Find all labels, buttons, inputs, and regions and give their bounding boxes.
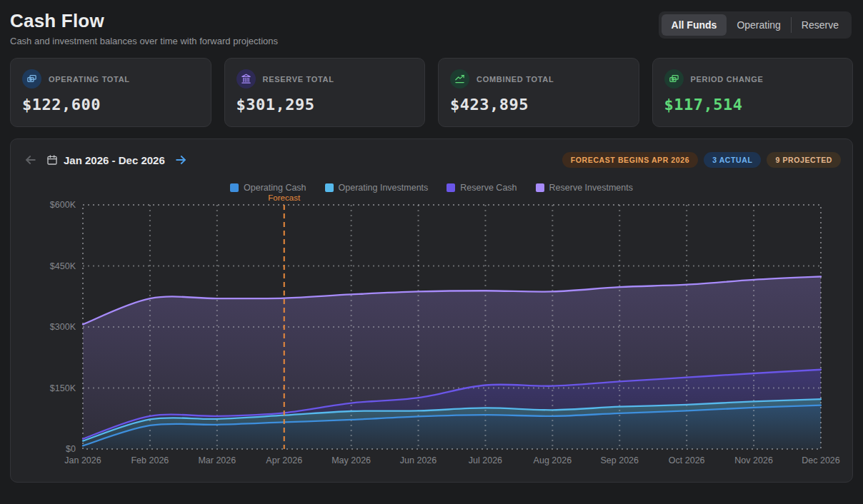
stat-card-combined-total: COMBINED TOTAL $423,895 bbox=[438, 58, 639, 127]
legend-item-reserve-cash[interactable]: Reserve Cash bbox=[447, 182, 517, 193]
date-range-nav: Jan 2026 - Dec 2026 bbox=[22, 151, 189, 168]
legend-label: Reserve Cash bbox=[460, 183, 517, 193]
x-axis-tick: Apr 2026 bbox=[266, 455, 302, 465]
cashflow-panel: Jan 2026 - Dec 2026 FORECAST BEGINS APR … bbox=[10, 138, 853, 483]
y-axis-tick: $600K bbox=[50, 200, 76, 210]
arrow-right-icon bbox=[174, 153, 188, 167]
x-axis-tick: Sep 2026 bbox=[601, 455, 639, 465]
stat-card-reserve-total: RESERVE TOTAL $301,295 bbox=[224, 58, 426, 127]
status-badges: FORECAST BEGINS APR 2026 3 ACTUAL 9 PROJ… bbox=[562, 152, 841, 168]
x-axis-tick: May 2026 bbox=[331, 455, 371, 465]
x-axis-tick: Jul 2026 bbox=[469, 455, 502, 465]
legend-swatch-icon bbox=[230, 183, 239, 192]
legend-item-operating-investments[interactable]: Operating Investments bbox=[325, 182, 429, 193]
tab-reserve[interactable]: Reserve bbox=[792, 14, 849, 36]
stat-value: $423,895 bbox=[450, 96, 627, 114]
date-range-label: Jan 2026 - Dec 2026 bbox=[46, 154, 165, 166]
stat-value: $301,295 bbox=[236, 96, 414, 114]
page-subtitle: Cash and investment balances over time w… bbox=[10, 36, 278, 46]
legend-label: Operating Cash bbox=[244, 183, 306, 193]
stat-value: $122,600 bbox=[22, 96, 199, 114]
legend-swatch-icon bbox=[536, 183, 544, 192]
banknotes-icon bbox=[22, 69, 41, 89]
fund-tabs: All Funds Operating Reserve bbox=[659, 11, 852, 39]
stat-label: OPERATING TOTAL bbox=[49, 75, 130, 84]
title-block: Cash Flow Cash and investment balances o… bbox=[10, 10, 278, 46]
x-axis-tick: Oct 2026 bbox=[669, 455, 705, 465]
stat-card-operating-total: OPERATING TOTAL $122,600 bbox=[10, 58, 211, 127]
calendar-icon bbox=[46, 154, 58, 166]
forecast-begins-badge: FORECAST BEGINS APR 2026 bbox=[562, 152, 698, 168]
x-axis-tick: Mar 2026 bbox=[198, 455, 236, 465]
x-axis-tick: Jan 2026 bbox=[64, 455, 101, 465]
page-title: Cash Flow bbox=[10, 10, 278, 32]
stats-row: OPERATING TOTAL $122,600 RESERVE TOTAL $… bbox=[10, 58, 853, 127]
tab-all-funds[interactable]: All Funds bbox=[662, 14, 727, 36]
x-axis-tick: Dec 2026 bbox=[802, 455, 840, 465]
x-axis-tick: Aug 2026 bbox=[534, 455, 572, 465]
x-axis-tick: Feb 2026 bbox=[131, 455, 169, 465]
next-period-button[interactable] bbox=[172, 151, 189, 168]
projected-count-badge: 9 PROJECTED bbox=[767, 152, 841, 168]
chart-legend: Operating CashOperating InvestmentsReser… bbox=[22, 182, 841, 193]
y-axis-tick: $0 bbox=[66, 444, 76, 454]
stat-card-period-change: PERIOD CHANGE $117,514 bbox=[652, 58, 854, 127]
date-range-text: Jan 2026 - Dec 2026 bbox=[64, 154, 165, 166]
arrow-left-icon bbox=[24, 153, 38, 167]
cashflow-chart: Forecast$0$150K$300K$450K$600KJan 2026Fe… bbox=[22, 193, 842, 473]
legend-swatch-icon bbox=[447, 183, 455, 192]
legend-label: Reserve Investments bbox=[549, 183, 633, 193]
x-axis-tick: Nov 2026 bbox=[734, 455, 773, 465]
chart-panel-header: Jan 2026 - Dec 2026 FORECAST BEGINS APR … bbox=[22, 148, 841, 172]
prev-period-button[interactable] bbox=[22, 151, 39, 168]
tab-operating[interactable]: Operating bbox=[727, 14, 790, 36]
x-axis-tick: Jun 2026 bbox=[400, 455, 437, 465]
actual-count-badge: 3 ACTUAL bbox=[704, 152, 761, 168]
y-axis-tick: $150K bbox=[50, 383, 76, 393]
stat-label: PERIOD CHANGE bbox=[691, 75, 764, 84]
stat-value: $117,514 bbox=[664, 96, 842, 114]
legend-label: Operating Investments bbox=[339, 183, 429, 193]
bank-icon bbox=[236, 69, 256, 89]
banknotes-icon bbox=[664, 69, 684, 89]
stat-label: COMBINED TOTAL bbox=[477, 75, 554, 84]
y-axis-tick: $300K bbox=[50, 322, 76, 332]
stat-label: RESERVE TOTAL bbox=[263, 75, 334, 84]
trend-up-icon bbox=[450, 69, 469, 89]
legend-swatch-icon bbox=[325, 183, 334, 192]
y-axis-tick: $450K bbox=[50, 261, 76, 271]
page-header: Cash Flow Cash and investment balances o… bbox=[0, 0, 863, 51]
legend-item-operating-cash[interactable]: Operating Cash bbox=[230, 182, 306, 193]
legend-item-reserve-investments[interactable]: Reserve Investments bbox=[536, 182, 633, 193]
forecast-line-label: Forecast bbox=[268, 193, 301, 202]
chart-wrap: Forecast$0$150K$300K$450K$600KJan 2026Fe… bbox=[22, 193, 841, 476]
